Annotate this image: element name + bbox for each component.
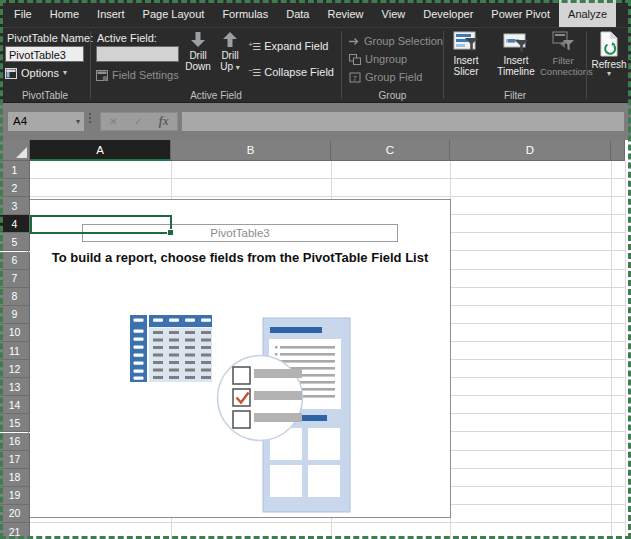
- group-field-icon: 7: [349, 72, 361, 83]
- tab-power-pivot[interactable]: Power Pivot: [482, 0, 559, 27]
- pivottable-group: PivotTable Name: PivotTable3 Options ▾ P…: [0, 28, 90, 102]
- name-box-value: A4: [13, 115, 27, 127]
- row-header-20[interactable]: 20: [0, 505, 30, 523]
- row-header-21[interactable]: 21: [0, 523, 30, 539]
- row-header-6[interactable]: 6: [0, 252, 30, 270]
- group-field-label: Group Field: [365, 71, 422, 83]
- filter-connections-icon: [550, 31, 576, 53]
- excel-window: FileHomeInsertPage LayoutFormulasDataRev…: [0, 0, 631, 539]
- tab-review[interactable]: Review: [318, 0, 372, 27]
- drill-down-icon: [190, 31, 206, 48]
- svg-text:7: 7: [353, 73, 358, 82]
- active-field-label: Active Field:: [97, 32, 157, 44]
- name-box-caret[interactable]: ▾: [76, 112, 80, 131]
- row-header-14[interactable]: 14: [0, 396, 30, 414]
- tab-analyze[interactable]: Analyze: [559, 0, 616, 27]
- row-header-18[interactable]: 18: [0, 469, 30, 487]
- row-header-19[interactable]: 19: [0, 487, 30, 505]
- pivottable-name-input[interactable]: PivotTable3: [5, 46, 84, 62]
- row-header-15[interactable]: 15: [0, 414, 30, 432]
- grid-column-line: [625, 161, 626, 539]
- drill-down-button[interactable]: Drill Down: [183, 30, 213, 72]
- tab-home[interactable]: Home: [41, 0, 88, 27]
- filter-group: Insert Slicer Insert Timeline Filter Con…: [444, 28, 586, 102]
- insert-timeline-icon: [503, 31, 529, 53]
- row-header-12[interactable]: 12: [0, 360, 30, 378]
- expand-field-label: Expand Field: [264, 40, 328, 52]
- group-field-button[interactable]: 7 Group Field: [349, 71, 422, 83]
- collapse-field-icon: ⁻☰: [248, 67, 260, 78]
- placeholder-message: To build a report, choose fields from th…: [30, 250, 450, 265]
- drill-down-label: Drill Down: [185, 50, 211, 72]
- row-header-5[interactable]: 5: [0, 233, 30, 251]
- tab-developer[interactable]: Developer: [414, 0, 482, 27]
- grid-column-line: [611, 161, 612, 539]
- enter-icon[interactable]: ✓: [134, 116, 142, 127]
- ungroup-button[interactable]: Ungroup: [349, 53, 407, 65]
- column-header-c[interactable]: C: [331, 140, 450, 161]
- tab-formulas[interactable]: Formulas: [213, 0, 277, 27]
- formula-input[interactable]: [182, 112, 624, 131]
- group-caption: Active Field: [91, 90, 341, 101]
- options-label: Options: [21, 67, 59, 79]
- field-settings-icon: [96, 70, 108, 81]
- row-header-16[interactable]: 16: [0, 433, 30, 451]
- tab-insert[interactable]: Insert: [88, 0, 134, 27]
- column-header-b[interactable]: B: [171, 140, 331, 161]
- group-selection-button[interactable]: Group Selection: [349, 35, 443, 47]
- drill-up-icon: [222, 31, 238, 48]
- ungroup-label: Ungroup: [365, 53, 407, 65]
- row-header-9[interactable]: 9: [0, 306, 30, 324]
- drill-up-button[interactable]: Drill Up ▾: [215, 30, 245, 72]
- cell-selection: [30, 215, 172, 234]
- filter-connections-label: Filter Connections: [540, 55, 593, 77]
- tab-view[interactable]: View: [373, 0, 415, 27]
- row-header-4[interactable]: 4: [0, 215, 30, 233]
- column-header[interactable]: [611, 140, 625, 161]
- grid-row: [30, 179, 625, 197]
- group-group: Group Selection Ungroup 7 Group Field Gr…: [342, 28, 443, 102]
- expand-field-button[interactable]: ⁺☰ Expand Field: [248, 40, 328, 52]
- row-header-1[interactable]: 1: [0, 161, 30, 179]
- refresh-group: Refresh ▾: [587, 28, 631, 102]
- insert-slicer-button[interactable]: Insert Slicer: [446, 30, 486, 77]
- field-checkboxes: [233, 367, 302, 428]
- cancel-icon[interactable]: ✕: [109, 116, 117, 127]
- row-header-3[interactable]: 3: [0, 197, 30, 215]
- select-all-corner[interactable]: [0, 140, 30, 161]
- tab-file[interactable]: File: [5, 0, 41, 27]
- row-header-13[interactable]: 13: [0, 378, 30, 396]
- options-icon: [5, 68, 17, 79]
- tab-page-layout[interactable]: Page Layout: [134, 0, 214, 27]
- column-header-a[interactable]: A: [30, 140, 171, 161]
- name-box[interactable]: A4 ▾: [8, 112, 84, 131]
- tab-data[interactable]: Data: [277, 0, 318, 27]
- row-header-2[interactable]: 2: [0, 179, 30, 197]
- refresh-icon: [598, 31, 620, 57]
- column-header-d[interactable]: D: [450, 140, 611, 161]
- active-field-group: Active Field: Field Settings Drill Down …: [91, 28, 341, 102]
- insert-function-icon[interactable]: fx: [159, 114, 169, 129]
- ribbon: PivotTable Name: PivotTable3 Options ▾ P…: [0, 28, 631, 103]
- row-header-8[interactable]: 8: [0, 288, 30, 306]
- options-button[interactable]: Options ▾: [5, 67, 67, 79]
- insert-timeline-button[interactable]: Insert Timeline: [488, 30, 544, 77]
- group-selection-label: Group Selection: [364, 35, 443, 47]
- formula-bar-grip[interactable]: [87, 113, 93, 123]
- refresh-button[interactable]: Refresh ▾: [589, 30, 629, 78]
- sheet: PivotTable3 To build a report, choose fi…: [0, 140, 631, 539]
- filter-connections-button[interactable]: Filter Connections: [540, 30, 586, 77]
- row-header-17[interactable]: 17: [0, 451, 30, 469]
- row-header-11[interactable]: 11: [0, 342, 30, 360]
- field-settings-button[interactable]: Field Settings: [96, 69, 179, 81]
- row-header-7[interactable]: 7: [0, 270, 30, 288]
- collapse-field-button[interactable]: ⁻☰ Collapse Field: [248, 66, 334, 78]
- group-caption: Filter: [444, 90, 586, 101]
- row-header-10[interactable]: 10: [0, 324, 30, 342]
- table-illustration: [130, 315, 212, 382]
- active-field-input[interactable]: [96, 46, 179, 62]
- formula-bar: A4 ▾ ✕ ✓ fx: [0, 103, 631, 140]
- formula-buttons: ✕ ✓ fx: [100, 112, 178, 131]
- group-caption: PivotTable: [0, 90, 90, 101]
- dropdown-caret: ▾: [236, 63, 240, 72]
